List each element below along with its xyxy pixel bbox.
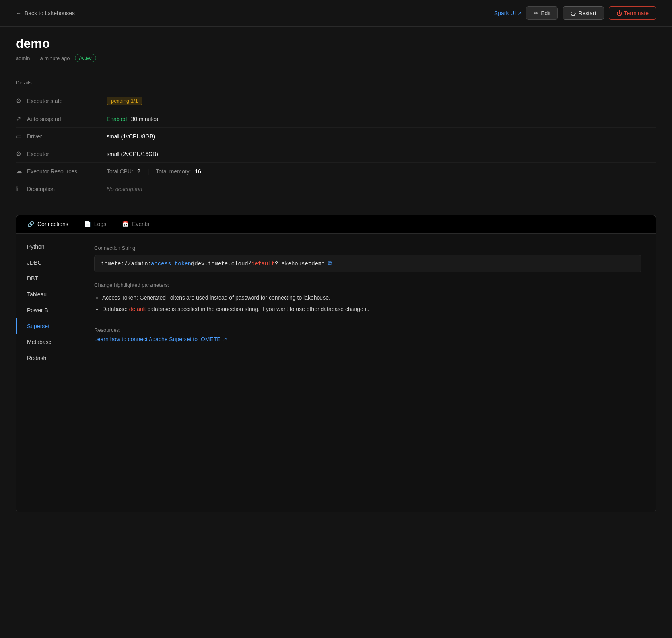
enabled-text: Enabled <box>107 116 127 122</box>
edit-label: Edit <box>541 10 550 16</box>
sidebar-superset-label: Superset <box>27 323 49 329</box>
bullet2-prefix: Database: <box>102 306 129 312</box>
restart-label: Restart <box>578 10 596 16</box>
resources-divider: | <box>148 168 149 175</box>
driver-text: small (1vCPU/8GB) <box>107 133 155 140</box>
details-section: Details ⚙ Executor state pending 1/1 ↗ A… <box>0 70 672 207</box>
change-params-label: Change hightlighted parameters: <box>94 282 641 288</box>
resources-label: Resources: <box>94 327 641 333</box>
executor-text: small (2vCPU/16GB) <box>107 151 158 157</box>
cs-part1: iomete://admin: <box>101 261 151 267</box>
detail-row-executor: ⚙ Executor small (2vCPU/16GB) <box>16 145 656 163</box>
tab-connections[interactable]: 🔗 Connections <box>19 215 76 233</box>
sidebar-item-tableau[interactable]: Tableau <box>16 286 80 302</box>
top-nav: ← Back to Lakehouses Spark UI ↗ ✏ Edit ⏻… <box>0 0 672 27</box>
bullet1-text: Access Token: Generated Tokens are used … <box>102 294 330 301</box>
cpu-label: Total CPU: <box>107 168 133 175</box>
sidebar-power-bi-label: Power BI <box>27 307 50 313</box>
author-text: admin <box>16 55 30 61</box>
resource-external-icon: ↗ <box>223 337 227 342</box>
sidebar-redash-label: Redash <box>27 355 46 361</box>
cs-part3: @dev.iomete.cloud/ <box>191 261 251 267</box>
executor-resources-key: Executor Resources <box>27 168 107 175</box>
executor-key: Executor <box>27 151 107 157</box>
resource-link[interactable]: Learn how to connect Apache Superset to … <box>94 336 641 342</box>
sidebar-item-dbt[interactable]: DBT <box>16 270 80 286</box>
events-tab-icon: 📅 <box>122 221 129 227</box>
sidebar-jdbc-label: JDBC <box>27 259 42 266</box>
sidebar-item-jdbc[interactable]: JDBC <box>16 255 80 270</box>
events-tab-label: Events <box>132 221 149 227</box>
connections-tab-label: Connections <box>37 221 68 227</box>
connections-content-panel: Connection String: iomete://admin: acces… <box>80 234 656 512</box>
time-text: a minute ago <box>40 55 70 61</box>
auto-suspend-icon: ↗ <box>16 115 27 123</box>
description-value: No description <box>107 186 142 192</box>
auto-suspend-value: Enabled 30 minutes <box>107 116 158 122</box>
external-link-icon: ↗ <box>517 10 521 16</box>
connection-string-section-label: Connection String: <box>94 245 641 251</box>
detail-row-description: ℹ Description No description <box>16 180 656 197</box>
mem-label: Total memory: <box>156 168 191 175</box>
logs-tab-label: Logs <box>94 221 106 227</box>
resources-section: Resources: Learn how to connect Apache S… <box>94 327 641 342</box>
detail-row-executor-resources: ☁ Executor Resources Total CPU: 2 | Tota… <box>16 163 656 180</box>
auto-suspend-key: Auto suspend <box>27 116 107 122</box>
executor-value: small (2vCPU/16GB) <box>107 151 158 157</box>
edit-icon: ✏ <box>534 10 538 16</box>
sidebar-python-label: Python <box>27 243 45 250</box>
back-arrow-icon: ← <box>16 10 21 16</box>
sidebar-item-power-bi[interactable]: Power BI <box>16 302 80 318</box>
meta-divider <box>35 55 35 61</box>
sidebar-tableau-label: Tableau <box>27 291 47 298</box>
sidebar-item-redash[interactable]: Redash <box>16 350 80 366</box>
sidebar-item-metabase[interactable]: Metabase <box>16 334 80 350</box>
terminate-label: Terminate <box>624 10 649 16</box>
tab-events[interactable]: 📅 Events <box>114 215 157 233</box>
executor-resources-value: Total CPU: 2 | Total memory: 16 <box>107 168 201 175</box>
back-button[interactable]: ← Back to Lakehouses <box>16 10 75 16</box>
executor-resources-icon: ☁ <box>16 167 27 175</box>
description-text: No description <box>107 186 142 192</box>
spark-ui-label: Spark UI <box>494 10 516 16</box>
bullet-item-2: Database: default database is specified … <box>102 304 641 314</box>
sidebar-dbt-label: DBT <box>27 275 38 282</box>
detail-row-executor-state: ⚙ Executor state pending 1/1 <box>16 92 656 110</box>
driver-icon: ▭ <box>16 132 27 140</box>
terminate-icon: ⏻ <box>616 10 622 16</box>
page-meta: admin a minute ago Active <box>16 54 656 62</box>
driver-value: small (1vCPU/8GB) <box>107 133 155 140</box>
terminate-button[interactable]: ⏻ Terminate <box>609 6 656 20</box>
bullet2-suffix: database is specified in the connection … <box>146 306 369 312</box>
executor-state-value: pending 1/1 <box>107 97 142 105</box>
copy-icon[interactable]: ⧉ <box>328 260 332 267</box>
connections-tab-icon: 🔗 <box>27 221 34 227</box>
connections-container: Python JDBC DBT Tableau Power BI Superse… <box>16 234 656 512</box>
executor-state-icon: ⚙ <box>16 97 27 105</box>
executor-icon: ⚙ <box>16 150 27 158</box>
detail-row-auto-suspend: ↗ Auto suspend Enabled 30 minutes <box>16 110 656 128</box>
edit-button[interactable]: ✏ Edit <box>526 6 558 20</box>
description-key: Description <box>27 186 107 192</box>
suspend-minutes: 30 minutes <box>131 116 158 122</box>
description-icon: ℹ <box>16 185 27 193</box>
status-badge: Active <box>75 54 97 62</box>
connection-string-box: iomete://admin: access_token @dev.iomete… <box>94 255 641 272</box>
bullet-list: Access Token: Generated Tokens are used … <box>102 293 641 314</box>
connections-sidebar: Python JDBC DBT Tableau Power BI Superse… <box>16 234 80 512</box>
sidebar-item-python[interactable]: Python <box>16 239 80 255</box>
spark-ui-link[interactable]: Spark UI ↗ <box>494 10 521 16</box>
bullet-item-1: Access Token: Generated Tokens are used … <box>102 293 641 303</box>
sidebar-metabase-label: Metabase <box>27 339 51 345</box>
sidebar-item-superset[interactable]: Superset <box>16 318 80 334</box>
back-label: Back to Lakehouses <box>25 10 75 16</box>
restart-icon: ⏻ <box>570 10 576 16</box>
resource-link-text: Learn how to connect Apache Superset to … <box>94 336 221 342</box>
driver-key: Driver <box>27 133 107 140</box>
executor-state-key: Executor state <box>27 98 107 104</box>
page-header: demo admin a minute ago Active <box>0 27 672 70</box>
cs-part2: access_token <box>151 261 191 267</box>
tab-logs[interactable]: 📄 Logs <box>76 215 114 233</box>
detail-row-driver: ▭ Driver small (1vCPU/8GB) <box>16 128 656 145</box>
restart-button[interactable]: ⏻ Restart <box>563 6 604 20</box>
